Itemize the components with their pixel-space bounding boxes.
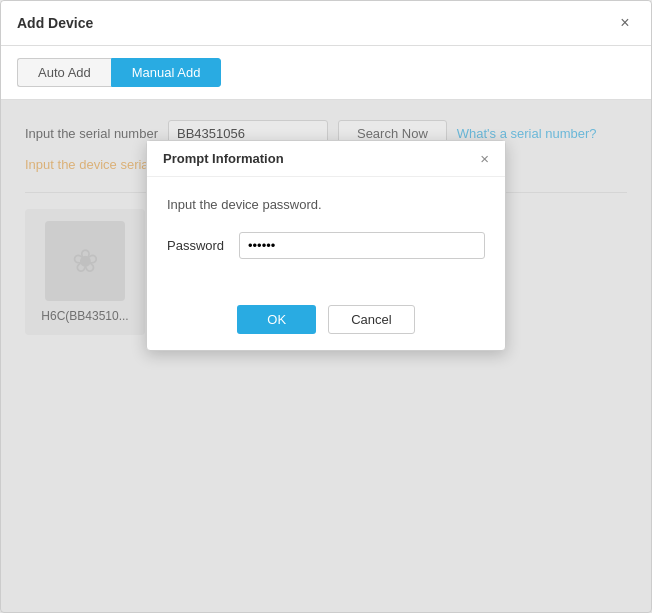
prompt-close-button[interactable]: ×: [480, 151, 489, 166]
prompt-footer: OK Cancel: [147, 295, 505, 350]
modal-overlay: Prompt Information × Input the device pa…: [1, 100, 651, 612]
add-device-dialog: Add Device × Auto Add Manual Add Input t…: [0, 0, 652, 613]
password-input[interactable]: [239, 232, 485, 259]
prompt-title: Prompt Information: [163, 151, 284, 166]
title-bar: Add Device ×: [1, 1, 651, 46]
content-area: Input the serial number Search Now What'…: [1, 100, 651, 612]
prompt-title-bar: Prompt Information ×: [147, 141, 505, 177]
cancel-button[interactable]: Cancel: [328, 305, 414, 334]
dialog-title: Add Device: [17, 15, 93, 31]
password-label: Password: [167, 238, 227, 253]
dialog-close-button[interactable]: ×: [615, 13, 635, 33]
ok-button[interactable]: OK: [237, 305, 316, 334]
tab-manual-add[interactable]: Manual Add: [111, 58, 222, 87]
prompt-body: Input the device password. Password: [147, 177, 505, 295]
prompt-dialog: Prompt Information × Input the device pa…: [146, 140, 506, 351]
tab-auto-add[interactable]: Auto Add: [17, 58, 111, 87]
tabs-bar: Auto Add Manual Add: [1, 46, 651, 100]
password-field-row: Password: [167, 232, 485, 259]
prompt-description: Input the device password.: [167, 197, 485, 212]
